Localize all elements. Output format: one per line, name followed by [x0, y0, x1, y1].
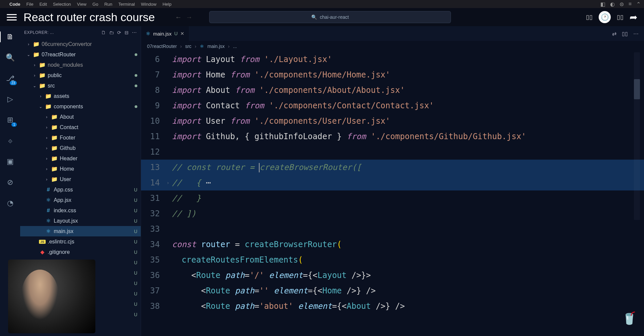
chevron-icon[interactable]: › [44, 156, 49, 161]
tree-item[interactable]: ⌄📁src [20, 80, 141, 91]
chevron-icon[interactable]: › [26, 42, 31, 47]
menu-file[interactable]: File [27, 2, 34, 7]
code-content[interactable]: <Route path='/' element={<Layout />}> [172, 268, 644, 283]
share-icon[interactable]: ➦ [630, 12, 637, 23]
code-content[interactable]: createRoutesFromElements( [172, 252, 644, 268]
chevron-icon[interactable]: › [44, 146, 49, 151]
editor-tab[interactable]: ⚛ main.jsx U ✕ [141, 26, 189, 41]
code-content[interactable]: // } [172, 190, 644, 206]
chevron-icon[interactable]: ⌄ [38, 104, 43, 109]
chevron-icon[interactable]: › [44, 115, 49, 119]
menu-view[interactable]: View [77, 2, 86, 7]
chevron-icon[interactable]: › [44, 167, 49, 171]
more-actions-icon[interactable]: ⋯ [633, 31, 639, 37]
code-line[interactable]: 36 <Route path='/' element={<Layout />}> [141, 268, 644, 283]
tree-item[interactable]: ›📁06currencyConvertor [20, 39, 141, 49]
chevron-icon[interactable]: ⌄ [32, 83, 37, 88]
breadcrumb-segment[interactable]: 07reactRouter [147, 44, 177, 49]
docker-icon[interactable]: ▣ [3, 155, 17, 168]
code-content[interactable]: import User from './components/User/User… [172, 113, 644, 129]
menu-help[interactable]: Help [163, 2, 172, 7]
app-name[interactable]: Code [9, 2, 20, 7]
tree-item[interactable]: ›📁node_modules [20, 60, 141, 70]
collapse-icon[interactable]: ⊟ [125, 30, 129, 35]
tree-item[interactable]: JS.eslintrc.cjsU [20, 236, 141, 247]
code-line[interactable]: 6import Layout from './Layout.jsx' [141, 52, 644, 67]
menu-run[interactable]: Run [104, 2, 112, 7]
status-icon[interactable]: ⊜ [619, 1, 624, 7]
menu-selection[interactable]: Selection [53, 2, 71, 7]
tree-item[interactable]: ›📁Github [20, 143, 141, 153]
tree-item[interactable]: ›📁About [20, 112, 141, 122]
remote-icon[interactable]: ⟐ [3, 134, 17, 148]
code-line[interactable]: 34const router = createBrowserRouter( [141, 237, 644, 252]
hamburger-icon[interactable] [7, 14, 17, 20]
code-editor[interactable]: 6import Layout from './Layout.jsx'7impor… [141, 52, 644, 336]
tree-item[interactable]: ◆.gitignoreU [20, 247, 141, 257]
tree-item[interactable]: ›📁Header [20, 153, 141, 164]
minimap-scrollbar[interactable] [634, 52, 640, 220]
code-line[interactable]: 11import Github, { githubInfoLoader } fr… [141, 129, 644, 144]
watch-later-icon[interactable]: 🕐 [599, 11, 611, 23]
compare-icon[interactable]: ⇄ [612, 31, 616, 37]
code-content[interactable]: import Layout from './Layout.jsx' [172, 52, 644, 67]
code-line[interactable]: 7import Home from './components/Home/Hom… [141, 67, 644, 82]
close-icon[interactable]: ✕ [180, 31, 184, 36]
tree-item[interactable]: ⌄📁07reactRouter [20, 49, 141, 60]
status-icon[interactable]: ⌃ [636, 1, 641, 7]
explorer-icon[interactable]: 🗎 [3, 30, 17, 44]
more-icon[interactable]: ⋯ [132, 30, 137, 35]
code-line[interactable]: 10import User from './components/User/Us… [141, 113, 644, 129]
new-folder-icon[interactable]: 🗀 [109, 30, 114, 35]
nav-back-icon[interactable]: ← [175, 13, 182, 21]
extensions-icon[interactable]: ⊞1 [3, 113, 17, 127]
run-debug-icon[interactable]: ▷ [3, 93, 17, 106]
chevron-icon[interactable]: › [44, 125, 49, 130]
status-icon[interactable]: ≡ [629, 1, 632, 7]
code-line[interactable]: 37 <Route path='' element={<Home />} /> [141, 283, 644, 298]
code-line[interactable]: 32// ]) [141, 206, 644, 221]
tree-item[interactable]: ›📁assets [20, 91, 141, 101]
breadcrumb-segment[interactable]: main.jsx [208, 44, 225, 49]
chevron-icon[interactable]: › [38, 94, 43, 99]
source-control-icon[interactable]: ⎇23 [3, 72, 17, 85]
status-icon[interactable]: ◧ [600, 1, 605, 7]
chevron-icon[interactable]: › [32, 63, 37, 67]
live-share-icon[interactable]: ⊘ [3, 176, 17, 189]
code-line[interactable]: 33 [141, 221, 644, 237]
menu-edit[interactable]: Edit [39, 2, 47, 7]
layout-sidebar-icon[interactable]: ▯▯ [617, 13, 624, 21]
menu-window[interactable]: Window [141, 2, 156, 7]
tree-item[interactable]: ⚛Layout.jsxU [20, 216, 141, 226]
code-line[interactable]: 12 [141, 144, 644, 160]
code-content[interactable]: const router = createBrowserRouter( [172, 237, 644, 252]
code-line[interactable]: 13// const router = createBrowserRouter(… [141, 160, 644, 175]
tree-item[interactable]: ›📁Footer [20, 132, 141, 143]
breadcrumb-segment[interactable]: src [185, 44, 191, 49]
tree-item[interactable]: ⚛main.jsxU [20, 226, 141, 236]
minimap-thumb[interactable] [634, 79, 640, 99]
nav-forward-icon[interactable]: → [186, 13, 192, 21]
code-line[interactable]: 31// } [141, 190, 644, 206]
chevron-icon[interactable]: › [44, 177, 49, 182]
code-content[interactable]: // { ⋯ [172, 175, 644, 190]
status-icon[interactable]: ◐ [610, 1, 615, 7]
code-line[interactable]: 8import About from './components/About/A… [141, 82, 644, 98]
tree-item[interactable]: ›📁User [20, 174, 141, 184]
code-content[interactable]: import Contact from './components/Contac… [172, 98, 644, 113]
code-content[interactable]: // const router = createBrowserRouter([ [172, 160, 644, 175]
menu-terminal[interactable]: Terminal [119, 2, 135, 7]
code-content[interactable]: import Github, { githubInfoLoader } from… [172, 129, 644, 144]
breadcrumb-segment[interactable]: ... [233, 44, 237, 49]
code-content[interactable]: <Route path='about' element={<About />} … [172, 298, 644, 314]
code-content[interactable]: import About from './components/About/Ab… [172, 82, 644, 98]
tree-item[interactable]: ⌄📁components [20, 101, 141, 112]
code-line[interactable]: 9import Contact from './components/Conta… [141, 98, 644, 113]
code-line[interactable]: 14›// { ⋯ [141, 175, 644, 190]
refresh-icon[interactable]: ⟳ [117, 30, 121, 35]
tree-item[interactable]: ›📁Contact [20, 122, 141, 132]
split-editor-icon[interactable]: ▯▯ [622, 31, 628, 37]
tree-item[interactable]: ›📁Home [20, 164, 141, 174]
code-content[interactable]: import Home from './components/Home/Home… [172, 67, 644, 82]
new-file-icon[interactable]: 🗋 [101, 30, 106, 35]
